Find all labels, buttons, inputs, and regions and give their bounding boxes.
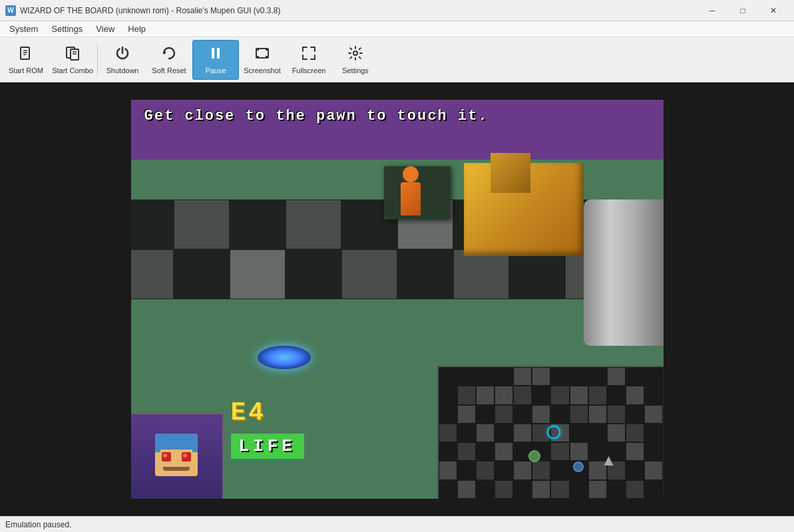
svg-rect-0 — [21, 47, 29, 59]
menu-system[interactable]: System — [3, 23, 45, 35]
minimize-button[interactable]: ─ — [697, 0, 727, 21]
tile-17 — [453, 249, 509, 299]
blue-portal — [258, 346, 311, 369]
fullscreen-icon — [301, 45, 317, 64]
menu-help[interactable]: Help — [121, 23, 152, 35]
settings-button[interactable]: Settings — [332, 40, 379, 80]
toolbar: Start ROM Start Combo Shutdown — [0, 37, 794, 82]
window-controls: ─ □ ✕ — [697, 0, 789, 21]
pause-button[interactable]: Pause — [192, 40, 239, 80]
tile-3 — [230, 200, 286, 249]
svg-point-16 — [353, 51, 357, 55]
pawn-figure — [391, 166, 431, 219]
soft-reset-button[interactable]: Soft Reset — [146, 40, 192, 80]
tile-18 — [509, 249, 565, 299]
shutdown-button[interactable]: Shutdown — [99, 40, 146, 80]
gray-cylinder — [584, 200, 664, 346]
separator-1 — [97, 44, 98, 76]
svg-rect-9 — [212, 48, 214, 59]
face-head — [155, 434, 198, 476]
game-message: Get close to the pawn to touch it. — [144, 108, 650, 124]
face-mouth — [163, 467, 190, 471]
pause-label: Pause — [205, 66, 226, 74]
face-hair-side — [155, 439, 160, 452]
maximize-button[interactable]: □ — [727, 0, 758, 21]
svg-rect-15 — [266, 56, 268, 58]
svg-rect-13 — [266, 49, 268, 51]
start-rom-label: Start ROM — [9, 66, 43, 74]
tile-12 — [174, 249, 230, 299]
svg-rect-10 — [217, 48, 220, 59]
shutdown-label: Shutdown — [106, 66, 139, 74]
settings-icon — [347, 45, 363, 64]
minimap-player2 — [573, 462, 584, 472]
start-combo-label: Start Combo — [52, 66, 93, 74]
main-content: Get close to the pawn to touch it. — [0, 82, 794, 516]
pawn-body — [401, 182, 421, 215]
soft-reset-icon — [161, 45, 177, 64]
start-combo-button[interactable]: Start Combo — [49, 40, 96, 80]
fullscreen-label: Fullscreen — [292, 66, 326, 74]
status-text: Emulation paused. — [5, 520, 71, 529]
start-rom-icon — [18, 45, 34, 64]
pixel-face — [150, 427, 203, 487]
window-title: WIZARD OF THE BOARD (unknown rom) - Rosa… — [20, 6, 697, 15]
pawn-head — [403, 166, 419, 182]
pause-icon — [208, 45, 224, 64]
eye-left — [162, 452, 171, 462]
menu-view[interactable]: View — [89, 23, 121, 35]
tile-14 — [286, 249, 341, 299]
soft-reset-label: Soft Reset — [152, 66, 186, 74]
svg-marker-8 — [164, 51, 166, 55]
menu-bar: System Settings View Help — [0, 21, 794, 37]
tile-13 — [230, 249, 286, 299]
face-eyes — [162, 452, 191, 462]
screenshot-label: Screenshot — [244, 66, 281, 74]
app-icon: W — [5, 5, 16, 16]
tile-16 — [397, 249, 453, 299]
eye-right — [182, 452, 191, 462]
game-frame: Get close to the pawn to touch it. — [131, 100, 664, 499]
shutdown-icon — [114, 45, 130, 64]
minimap-player — [528, 450, 540, 462]
svg-rect-5 — [71, 49, 79, 60]
title-bar: W WIZARD OF THE BOARD (unknown rom) - Ro… — [0, 0, 794, 21]
hud-portrait — [131, 412, 224, 499]
start-combo-icon — [65, 45, 81, 64]
status-bar: Emulation paused. — [0, 516, 794, 532]
game-background: Get close to the pawn to touch it. — [131, 100, 664, 499]
minimap — [437, 366, 664, 499]
menu-settings[interactable]: Settings — [45, 23, 89, 35]
screenshot-button[interactable]: Screenshot — [239, 40, 286, 80]
game-area: Get close to the pawn to touch it. — [0, 82, 794, 516]
fullscreen-button[interactable]: Fullscreen — [286, 40, 332, 80]
face-hair — [155, 434, 198, 450]
start-rom-button[interactable]: Start ROM — [3, 40, 49, 80]
face-hair-side2 — [192, 439, 198, 452]
tile-11 — [131, 249, 174, 299]
hud-position: E4 — [231, 398, 267, 427]
hud-life-bar: LIFE — [231, 434, 351, 459]
tile-15 — [341, 249, 397, 299]
screenshot-icon — [254, 45, 270, 64]
settings-label: Settings — [342, 66, 369, 74]
minimap-item — [547, 426, 560, 439]
tile-2 — [174, 200, 230, 249]
tile-1 — [131, 200, 174, 249]
svg-rect-14 — [256, 56, 259, 58]
close-button[interactable]: ✕ — [758, 0, 789, 21]
svg-rect-12 — [256, 49, 259, 51]
gold-block-top — [491, 153, 530, 193]
portrait-inner — [131, 414, 222, 499]
tile-4 — [286, 200, 341, 249]
life-label: LIFE — [231, 434, 304, 459]
